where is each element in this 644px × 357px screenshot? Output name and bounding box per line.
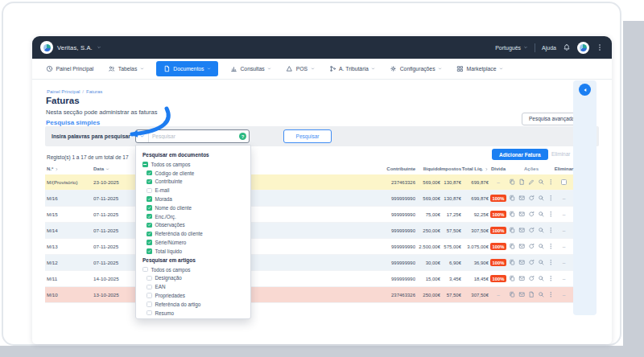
field-option-referencia-do-cliente[interactable]: Referência do cliente — [142, 229, 244, 238]
company-menu[interactable]: Veritas, S.A. — [40, 41, 101, 54]
field-option-serie-numero[interactable]: Série/Número — [142, 238, 244, 247]
email-icon[interactable] — [518, 211, 526, 218]
bell-icon[interactable] — [563, 43, 571, 51]
field-option-observacoes[interactable]: Observações — [142, 221, 244, 230]
edit-icon[interactable] — [528, 178, 535, 186]
email-icon[interactable] — [518, 243, 526, 250]
checkbox-checked-icon[interactable] — [147, 170, 152, 176]
delete-checkbox[interactable] — [561, 179, 567, 185]
field-option-resumo[interactable]: Resumo — [142, 309, 244, 318]
invoice-row[interactable]: M/1013-10-2025Estád237463326250,00€57,50… — [45, 287, 573, 303]
col-header-impostos[interactable]: Impostos — [440, 166, 461, 171]
breadcrumb-home[interactable]: Painel Principal — [47, 89, 80, 94]
field-option-total-liquido[interactable]: Total líquido — [142, 247, 244, 256]
more-options-icon[interactable] — [547, 243, 555, 250]
field-option-e-mail[interactable]: E-mail — [142, 186, 244, 195]
search-fields-dropdown-toggle[interactable] — [136, 130, 149, 142]
invoice-row[interactable]: M/1114-10-2025Con99999999015,00€3,45€18,… — [45, 271, 573, 287]
invoice-row[interactable]: M/1507-11-2025Con99999999075,00€17,25€92… — [45, 207, 573, 223]
field-option-todos-os-campos[interactable]: Todos os campos — [142, 160, 244, 169]
user-avatar[interactable] — [577, 42, 589, 54]
col-header-n[interactable]: N.º — [45, 166, 93, 171]
search-icon[interactable] — [538, 275, 545, 282]
col-header-eliminar[interactable]: Eliminar — [555, 166, 573, 171]
more-options-icon[interactable] — [547, 227, 555, 234]
document-icon[interactable] — [518, 178, 526, 186]
checkbox-checked-icon[interactable] — [147, 214, 152, 220]
help-icon[interactable]: ? — [239, 133, 246, 140]
more-options-icon[interactable] — [547, 211, 555, 218]
duplicate-icon[interactable] — [509, 178, 516, 186]
email-icon[interactable] — [518, 291, 526, 298]
invoice-row[interactable]: M/1207-11-2025Con99999999030,00€6,90€36,… — [45, 255, 573, 271]
search-icon[interactable] — [538, 211, 545, 218]
sync-icon[interactable] — [528, 259, 535, 266]
invoice-row[interactable]: M/1307-11-2025Con9999999902.500,00€575,0… — [45, 239, 573, 255]
more-options-icon[interactable] — [547, 259, 555, 266]
delete-button[interactable]: Eliminar — [551, 151, 570, 157]
search-icon[interactable] — [538, 259, 545, 266]
field-option-codigo-de-cliente[interactable]: Código de cliente — [142, 169, 244, 178]
checkbox-checked-icon[interactable] — [147, 248, 152, 254]
search-input[interactable] — [149, 133, 239, 139]
help-link[interactable]: Ajuda — [542, 45, 556, 51]
more-options-icon[interactable] — [547, 195, 555, 202]
expand-panel-button[interactable] — [579, 84, 591, 96]
checkbox-unchecked-icon[interactable] — [147, 310, 152, 316]
email-icon[interactable] — [518, 259, 526, 266]
checkbox-checked-icon[interactable] — [147, 240, 152, 245]
duplicate-icon[interactable] — [509, 195, 516, 202]
nav-item-marketplace[interactable]: Marketplace — [454, 61, 506, 76]
checkbox-checked-icon[interactable] — [147, 196, 152, 202]
col-header-contribuinte[interactable]: Contribuinte — [304, 166, 415, 171]
sync-icon[interactable] — [528, 211, 535, 218]
nav-item-pos[interactable]: POS — [283, 61, 316, 76]
checkbox-unchecked-icon[interactable] — [147, 285, 152, 290]
nav-item-documentos[interactable]: Documentos — [156, 61, 218, 76]
search-icon[interactable] — [538, 243, 545, 250]
checkbox-checked-icon[interactable] — [147, 179, 152, 185]
email-icon[interactable] — [518, 227, 526, 234]
search-icon[interactable] — [538, 178, 545, 186]
col-header-divida[interactable]: Dívida — [489, 166, 508, 171]
col-header-data[interactable]: Data — [93, 166, 140, 171]
duplicate-icon[interactable] — [509, 291, 516, 298]
nav-item-tabelas[interactable]: Tabelas — [105, 61, 146, 76]
language-selector[interactable]: Português — [495, 45, 528, 51]
col-header-iliquido[interactable]: Ilíquido — [415, 166, 440, 171]
duplicate-icon[interactable] — [509, 259, 516, 266]
breadcrumb-current[interactable]: Faturas — [86, 89, 102, 94]
invoice-row[interactable]: M/(Provisório)23-10-2025Estád23746332656… — [45, 174, 573, 191]
nav-item-a-tributaria[interactable]: A. Tributária — [327, 61, 378, 76]
more-vertical-icon[interactable] — [596, 43, 604, 51]
search-icon[interactable] — [538, 291, 545, 298]
search-icon[interactable] — [538, 227, 545, 234]
sync-icon[interactable] — [528, 275, 535, 282]
duplicate-icon[interactable] — [509, 211, 516, 218]
checkbox-unchecked-icon[interactable] — [147, 188, 152, 194]
duplicate-icon[interactable] — [509, 227, 516, 234]
checkbox-unchecked-icon[interactable] — [147, 276, 152, 281]
field-option-contribuinte[interactable]: Contribuinte — [142, 178, 244, 187]
email-icon[interactable] — [518, 195, 526, 202]
checkbox-checked-icon[interactable] — [147, 232, 152, 237]
more-options-icon[interactable] — [547, 178, 555, 186]
search-icon[interactable] — [538, 195, 545, 202]
nav-item-painel-principal[interactable]: Painel Principal — [43, 61, 96, 76]
more-options-icon[interactable] — [547, 275, 555, 282]
checkbox-checked-icon[interactable] — [147, 205, 152, 211]
checkbox-unchecked-icon[interactable] — [147, 293, 152, 298]
field-option-propriedades[interactable]: Propriedades — [142, 291, 244, 300]
col-header-total-liq[interactable]: Total Líq. — [461, 166, 489, 171]
add-invoice-button[interactable]: Adicionar Fatura — [492, 149, 548, 160]
nav-item-configuracoes[interactable]: Configurações — [387, 61, 444, 76]
search-button[interactable]: Pesquisar — [283, 129, 332, 143]
duplicate-icon[interactable] — [509, 243, 516, 250]
invoice-row[interactable]: M/1607-11-2025Con999999990569,00€130,87€… — [45, 191, 573, 207]
field-option-todos-os-campos[interactable]: Todos os campos — [142, 265, 244, 274]
sync-icon[interactable] — [528, 243, 535, 250]
checkbox-unchecked-icon[interactable] — [142, 267, 148, 273]
more-options-icon[interactable] — [547, 291, 555, 298]
field-option-referencia-do-artigo[interactable]: Referência do artigo — [142, 300, 244, 309]
checkbox-indeterminate-icon[interactable] — [142, 162, 148, 167]
